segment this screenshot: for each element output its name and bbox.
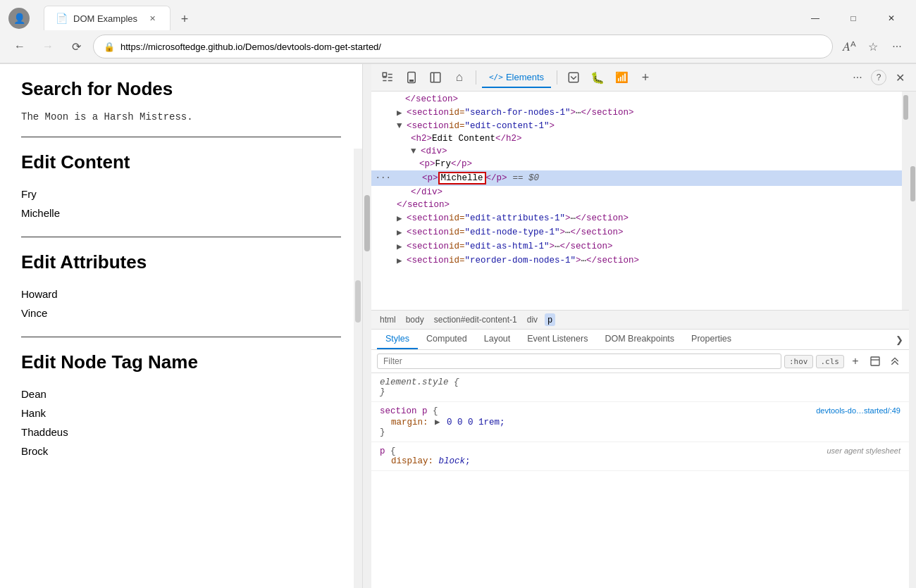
inspect-icon[interactable]	[377, 67, 398, 88]
styles-filter-bar: :hov .cls +	[371, 350, 909, 373]
edit-content-list: Fry Michelle	[21, 184, 341, 223]
section-heading-search: Search for Nodes	[21, 78, 341, 100]
style-rule-element: element.style { }	[371, 373, 909, 402]
separator-2	[557, 70, 557, 85]
section-heading-edit-attributes: Edit Attributes	[21, 251, 341, 273]
breadcrumb-p[interactable]: p	[545, 313, 555, 326]
collapse-triangle[interactable]: ▶	[397, 241, 407, 252]
active-tab[interactable]: 📄 DOM Examples ✕	[44, 6, 171, 30]
section-heading-edit-content: Edit Content	[21, 151, 341, 173]
style-rule-p: p { user agent stylesheet display: block…	[371, 442, 909, 471]
dom-line[interactable]: ▶ <section id="reorder-dom-nodes-1"> ⋯ <…	[371, 254, 902, 268]
dom-area: </section> ▶ <section id="search-for-nod…	[371, 92, 909, 310]
expand-triangle-icon[interactable]: ▶	[435, 418, 440, 427]
list-item: Fry	[21, 184, 341, 204]
new-tab-button[interactable]: +	[173, 8, 196, 30]
tab-close-button[interactable]: ✕	[146, 12, 159, 25]
collapse-triangle[interactable]: ▼	[397, 121, 407, 131]
dom-line[interactable]: </section>	[371, 199, 902, 211]
tab-event-listeners[interactable]: Event Listeners	[519, 330, 596, 349]
tab-computed[interactable]: Computed	[418, 330, 476, 349]
url-bar[interactable]: 🔒 https://microsoftedge.github.io/Demos/…	[93, 35, 833, 58]
styles-tab-more[interactable]: ❯	[896, 330, 903, 349]
read-aloud-icon[interactable]: 𝐴ᴬ	[838, 36, 860, 57]
dom-line[interactable]: ▼ <section id="edit-content-1">	[371, 120, 902, 132]
dom-line[interactable]: <p>Fry</p>	[371, 158, 902, 170]
dom-line[interactable]: ▶ <section id="search-for-nodes-1"> ⋯ </…	[371, 106, 902, 120]
help-icon[interactable]: ?	[871, 70, 886, 85]
section-heading-edit-node: Edit Node Tag Name	[21, 351, 341, 373]
list-item: Brock	[21, 442, 341, 461]
dom-line[interactable]: </section>	[371, 93, 902, 106]
favorites-icon[interactable]: ☆	[862, 36, 884, 57]
address-bar-actions: 𝐴ᴬ ☆ ···	[838, 36, 908, 57]
breadcrumb-body[interactable]: body	[403, 313, 427, 326]
dom-tree: </section> ▶ <section id="search-for-nod…	[371, 92, 902, 310]
more-icon[interactable]: ···	[886, 36, 908, 57]
new-style-rule-icon[interactable]	[867, 353, 884, 370]
dom-line-selected[interactable]: ··· <p>Michelle</p> == $0	[371, 170, 902, 186]
styles-filter-input[interactable]	[377, 354, 781, 369]
refresh-button[interactable]: ⟳	[65, 35, 87, 58]
collapse-triangle[interactable]: ▼	[411, 146, 421, 156]
toggle-element-state-icon[interactable]	[886, 353, 903, 370]
devtools-more-actions: ··· ? ✕	[847, 67, 910, 88]
sidebar-icon[interactable]	[425, 67, 446, 88]
close-devtools-icon[interactable]: ✕	[889, 67, 910, 88]
dom-line[interactable]: ▶ <section id="edit-attributes-1"> ⋯ </s…	[371, 211, 902, 225]
collapse-triangle[interactable]: ▶	[397, 255, 407, 266]
close-window-button[interactable]: ✕	[875, 7, 908, 30]
dom-line[interactable]: ▶ <section id="edit-node-type-1"> ⋯ </se…	[371, 225, 902, 239]
dom-line[interactable]: <h2>Edit Content</h2>	[371, 132, 902, 145]
collapse-triangle[interactable]: ▶	[397, 227, 407, 238]
bug-icon[interactable]: 🐛	[587, 67, 608, 88]
dom-line[interactable]: ▼ <div>	[371, 145, 902, 158]
maximize-button[interactable]: □	[837, 7, 869, 30]
dom-scrollbar[interactable]	[902, 92, 909, 310]
tab-styles[interactable]: Styles	[377, 330, 418, 349]
add-style-rule-icon[interactable]: +	[847, 353, 864, 370]
collapse-triangle[interactable]: ▶	[397, 213, 407, 224]
list-item: Dean	[21, 384, 341, 404]
webpage-content: Search for Nodes The Moon is a Harsh Mis…	[0, 64, 363, 588]
device-emulation-icon[interactable]	[401, 67, 422, 88]
main-area: Search for Nodes The Moon is a Harsh Mis…	[0, 64, 916, 588]
devtools-panel: ⌂ </> Elements 🐛 📶 + ··· ? ✕	[371, 64, 916, 588]
more-tools-icon[interactable]: ···	[847, 67, 868, 88]
home-icon[interactable]: ⌂	[449, 67, 470, 88]
style-prop-margin: margin: ▶ 0 0 0 1rem;	[380, 416, 900, 427]
devtools-scrollbar[interactable]	[909, 92, 916, 588]
list-item: Michelle	[21, 204, 341, 223]
list-item: Thaddeus	[21, 423, 341, 442]
separator	[476, 70, 476, 85]
dom-line[interactable]: </div>	[371, 186, 902, 199]
styles-tabs: Styles Computed Layout Event Listeners D…	[371, 330, 909, 350]
cls-filter-button[interactable]: .cls	[816, 355, 845, 368]
devtools-main: </section> ▶ <section id="search-for-nod…	[371, 92, 909, 588]
network-icon[interactable]: 📶	[611, 67, 632, 88]
tab-layout[interactable]: Layout	[476, 330, 519, 349]
minimize-button[interactable]: —	[799, 7, 831, 30]
back-button[interactable]: ←	[8, 35, 31, 58]
profile-icon[interactable]: 👤	[8, 8, 30, 29]
tab-elements[interactable]: </> Elements	[482, 67, 551, 88]
tab-properties[interactable]: Properties	[683, 330, 740, 349]
svg-rect-3	[431, 73, 440, 82]
list-item: Vince	[21, 304, 341, 323]
add-panel-icon[interactable]: +	[635, 67, 656, 88]
console-icon[interactable]	[563, 67, 584, 88]
breadcrumb-html[interactable]: html	[377, 313, 399, 326]
tab-dom-breakpoints[interactable]: DOM Breakpoints	[596, 330, 683, 349]
forward-button[interactable]: →	[37, 35, 59, 58]
hov-filter-button[interactable]: :hov	[784, 355, 813, 368]
breadcrumb-section[interactable]: section#edit-content-1	[431, 313, 520, 326]
collapse-triangle[interactable]: ▶	[397, 107, 407, 118]
tab-bar: 📄 DOM Examples ✕ +	[35, 6, 793, 30]
breadcrumb-div[interactable]: div	[524, 313, 540, 326]
dom-line[interactable]: ▶ <section id="edit-as-html-1"> ⋯ </sect…	[371, 239, 902, 254]
webpage-scrollbar[interactable]	[363, 64, 371, 588]
divider-1	[21, 137, 341, 137]
style-source-link[interactable]: devtools-do…started/:49	[816, 406, 900, 415]
list-item: Hank	[21, 404, 341, 423]
section-content-search: The Moon is a Harsh Mistress.	[21, 111, 341, 123]
